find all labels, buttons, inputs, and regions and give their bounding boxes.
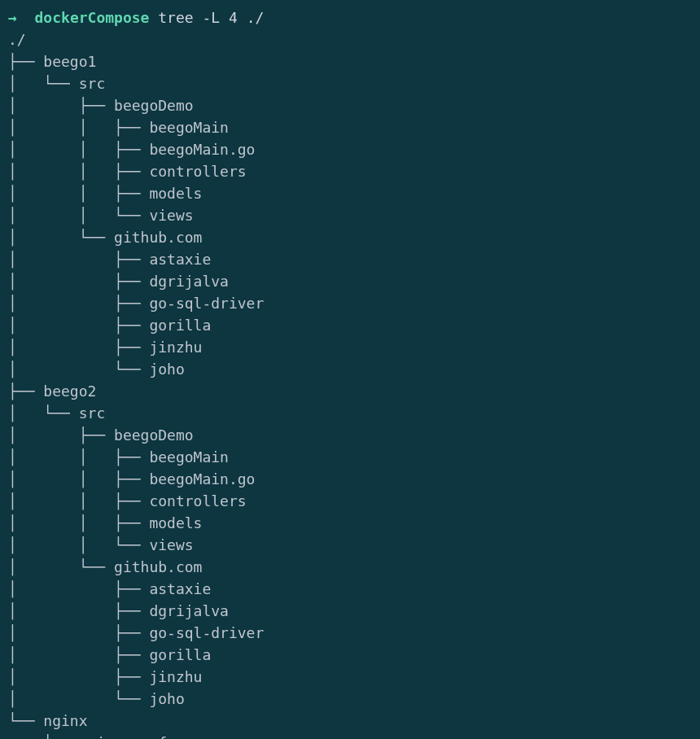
tree-row: │ │ ├── controllers [8, 492, 247, 509]
tree-branch-prefix: │ │ ├── [8, 514, 149, 531]
tree-node-name: github.com [114, 558, 202, 575]
tree-node-name: beegoDemo [114, 97, 194, 114]
tree-branch-prefix: │ │ ├── [8, 185, 149, 202]
tree-row: │ │ ├── beegoMain [8, 448, 229, 466]
tree-row: ├── beego1 [8, 53, 96, 70]
tree-row: │ ├── go-sql-driver [8, 295, 264, 312]
tree-node-name: nginx [43, 712, 87, 729]
tree-branch-prefix: │ │ ├── [8, 141, 149, 158]
tree-row: │ ├── beegoDemo [8, 97, 194, 114]
tree-row: │ │ └── views [8, 207, 194, 224]
tree-branch-prefix: │ ├── [8, 273, 149, 290]
tree-row: │ └── src [8, 75, 105, 92]
terminal-output: → dockerCompose tree -L 4 ./ ./ ├── beeg… [8, 7, 692, 739]
tree-row: │ ├── dgrijalva [8, 273, 229, 290]
tree-row: └── nginx.conf [8, 734, 167, 739]
tree-row: │ ├── dgrijalva [8, 602, 229, 619]
tree-node-name: controllers [149, 163, 246, 180]
tree-node-name: views [149, 207, 193, 224]
tree-node-name: models [149, 514, 202, 531]
tree-node-name: beegoMain [149, 448, 229, 466]
tree-branch-prefix: │ │ └── [8, 536, 149, 553]
tree-branch-prefix: │ │ ├── [8, 470, 149, 488]
prompt-line: → dockerCompose tree -L 4 ./ [8, 9, 264, 26]
tree-branch-prefix: │ ├── [8, 668, 149, 685]
tree-row: │ ├── beegoDemo [8, 426, 194, 444]
tree-row: │ │ ├── beegoMain [8, 119, 229, 136]
tree-row: │ ├── gorilla [8, 317, 211, 334]
tree-row: └── nginx [8, 712, 88, 729]
tree-branch-prefix: │ ├── [8, 97, 114, 114]
prompt-directory: dockerCompose [35, 9, 150, 26]
tree-node-name: go-sql-driver [149, 624, 264, 641]
tree-branch-prefix: │ ├── [8, 317, 149, 334]
tree-branch-prefix: │ │ ├── [8, 119, 149, 136]
tree-node-name: nginx.conf [79, 734, 167, 739]
tree-branch-prefix: │ ├── [8, 602, 149, 619]
tree-branch-prefix: └── [8, 712, 43, 729]
tree-node-name: dgrijalva [149, 602, 229, 619]
tree-row: │ │ ├── models [8, 514, 202, 531]
tree-branch-prefix: │ └── [8, 558, 114, 575]
tree-row: ├── beego2 [8, 383, 96, 400]
tree-branch-prefix: │ ├── [8, 339, 149, 356]
tree-branch-prefix: └── [8, 734, 79, 739]
tree-branch-prefix: │ ├── [8, 251, 149, 268]
tree-branch-prefix: │ └── [8, 229, 114, 246]
tree-branch-prefix: │ │ ├── [8, 448, 149, 466]
tree-row: │ ├── jinzhu [8, 668, 202, 685]
tree-branch-prefix: │ │ └── [8, 207, 149, 224]
tree-row: │ │ ├── models [8, 185, 202, 202]
tree-row: │ └── joho [8, 361, 185, 378]
tree-branch-prefix: ├── [8, 53, 43, 70]
tree-row: │ ├── go-sql-driver [8, 624, 264, 641]
tree-root: ./ [8, 31, 26, 48]
tree-node-name: beegoMain [149, 119, 229, 136]
tree-node-name: astaxie [149, 251, 211, 268]
tree-row: │ │ ├── beegoMain.go [8, 141, 255, 158]
tree-node-name: beegoMain.go [149, 141, 255, 158]
tree-node-name: jinzhu [149, 339, 202, 356]
tree-branch-prefix: │ │ ├── [8, 492, 149, 509]
tree-row: │ └── github.com [8, 229, 202, 246]
tree-node-name: joho [149, 361, 184, 378]
tree-node-name: gorilla [149, 646, 211, 663]
tree-node-name: jinzhu [149, 668, 202, 685]
tree-branch-prefix: │ ├── [8, 624, 149, 641]
tree-branch-prefix: │ └── [8, 404, 79, 422]
tree-row: │ ├── astaxie [8, 580, 211, 597]
tree-node-name: beegoDemo [114, 426, 194, 444]
tree-node-name: beego1 [43, 53, 96, 70]
tree-branch-prefix: │ └── [8, 361, 149, 378]
tree-node-name: src [79, 75, 106, 92]
tree-row: │ │ └── views [8, 536, 194, 553]
tree-node-name: models [149, 185, 202, 202]
tree-branch-prefix: │ └── [8, 690, 149, 707]
tree-node-name: joho [149, 690, 184, 707]
tree-node-name: beego2 [43, 383, 96, 400]
tree-row: │ └── src [8, 404, 105, 422]
tree-node-name: dgrijalva [149, 273, 229, 290]
tree-row: │ └── joho [8, 690, 185, 707]
tree-branch-prefix: │ ├── [8, 646, 149, 663]
tree-node-name: github.com [114, 229, 202, 246]
tree-node-name: astaxie [149, 580, 211, 597]
command-text: tree -L 4 ./ [158, 9, 264, 26]
tree-row: │ ├── astaxie [8, 251, 211, 268]
tree-row: │ ├── gorilla [8, 646, 211, 663]
tree-node-name: views [149, 536, 193, 553]
tree-row: │ └── github.com [8, 558, 202, 575]
tree-node-name: gorilla [149, 317, 211, 334]
tree-listing: ├── beego1 │ └── src │ ├── beegoDemo │ │… [8, 50, 692, 739]
tree-branch-prefix: │ ├── [8, 580, 149, 597]
tree-branch-prefix: │ ├── [8, 426, 114, 444]
tree-branch-prefix: │ │ ├── [8, 163, 149, 180]
tree-row: │ │ ├── beegoMain.go [8, 470, 255, 488]
tree-node-name: controllers [149, 492, 246, 509]
prompt-arrow-icon: → [8, 9, 17, 26]
tree-branch-prefix: │ ├── [8, 295, 149, 312]
tree-row: │ │ ├── controllers [8, 163, 247, 180]
tree-branch-prefix: │ └── [8, 75, 79, 92]
tree-node-name: beegoMain.go [149, 470, 255, 488]
tree-branch-prefix: ├── [8, 383, 43, 400]
